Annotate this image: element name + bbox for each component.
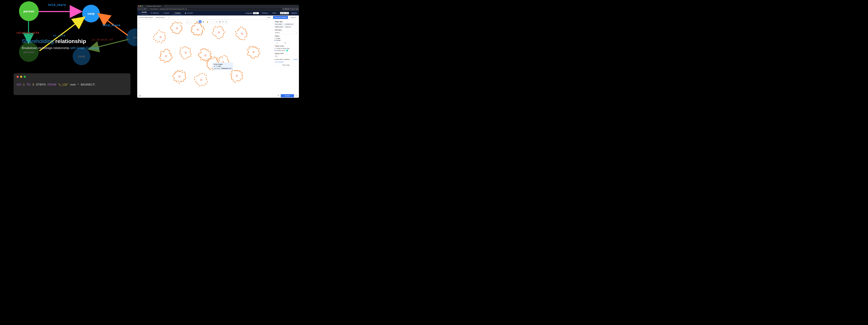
leaf-vertex[interactable] — [255, 56, 256, 57]
leaf-vertex[interactable] — [179, 83, 180, 84]
leaf-vertex[interactable] — [175, 80, 177, 81]
leaf-vertex[interactable] — [210, 53, 212, 55]
leaf-vertex[interactable] — [221, 27, 223, 29]
leaf-vertex[interactable] — [182, 57, 183, 58]
leaf-vertex[interactable] — [178, 33, 179, 34]
leaf-vertex[interactable] — [188, 48, 189, 49]
leaf-vertex[interactable] — [205, 83, 207, 84]
profile-avatar-icon[interactable]: ◉ — [297, 8, 298, 10]
leaf-vertex[interactable] — [249, 45, 251, 47]
leaf-vertex[interactable] — [239, 28, 240, 29]
leaf-vertex[interactable] — [235, 34, 237, 36]
leaf-vertex[interactable] — [247, 53, 248, 55]
leaf-vertex[interactable] — [228, 60, 229, 61]
steps-to-input[interactable] — [284, 42, 291, 44]
chip-is-branch-of[interactable]: is_branch_of× — [284, 23, 294, 25]
expand-button[interactable]: Expand — [281, 94, 294, 97]
leaf-vertex[interactable] — [213, 29, 214, 30]
leaf-vertex[interactable] — [193, 34, 194, 35]
chip-reletive-with[interactable]: reletive_with× — [275, 26, 284, 28]
leaf-vertex[interactable] — [164, 39, 165, 41]
ext-icon[interactable]: ✎ — [289, 8, 291, 10]
leaf-vertex[interactable] — [201, 26, 202, 27]
leaf-vertex[interactable] — [228, 61, 229, 62]
leaf-vertex[interactable] — [175, 21, 176, 22]
leaf-vertex[interactable] — [171, 29, 173, 30]
leaf-vertex[interactable] — [258, 48, 259, 50]
leaf-vertex[interactable] — [218, 58, 219, 60]
leaf-vertex[interactable] — [213, 31, 214, 32]
leaf-vertex[interactable] — [194, 77, 195, 78]
leaf-vertex[interactable] — [185, 46, 186, 47]
leaf-vertex[interactable] — [198, 53, 199, 55]
view-ngql-button[interactable]: View nGQL — [275, 64, 298, 67]
hub-vertex[interactable] — [205, 55, 206, 56]
leaf-vertex[interactable] — [240, 71, 241, 72]
leaf-vertex[interactable] — [231, 71, 232, 72]
info-icon[interactable]: ⓘ — [295, 94, 298, 97]
leaf-vertex[interactable] — [217, 58, 218, 60]
leaf-vertex[interactable] — [199, 56, 200, 57]
leaf-vertex[interactable] — [164, 49, 165, 51]
hub-vertex[interactable] — [179, 76, 181, 77]
leaf-vertex[interactable] — [171, 25, 172, 27]
leaf-vertex[interactable] — [180, 22, 181, 23]
vc-group-radio[interactable]: Group by vertex tag — [275, 47, 298, 49]
leaf-vertex[interactable] — [210, 51, 211, 52]
leaf-vertex[interactable] — [159, 41, 160, 42]
leaf-vertex[interactable] — [242, 72, 243, 73]
leaf-vertex[interactable] — [223, 34, 224, 36]
leaf-vertex[interactable] — [178, 23, 179, 24]
nav-schema[interactable]: ⚙Schema — [150, 11, 160, 14]
leaf-vertex[interactable] — [180, 54, 182, 55]
leaf-vertex[interactable] — [185, 78, 186, 79]
language-selector[interactable]: Language: Engli... — [245, 12, 259, 14]
leaf-vertex[interactable] — [182, 47, 183, 48]
leaf-vertex[interactable] — [181, 23, 182, 24]
leaf-vertex[interactable] — [192, 25, 194, 26]
leaf-vertex[interactable] — [176, 22, 177, 23]
leaf-vertex[interactable] — [235, 31, 236, 32]
leaf-vertex[interactable] — [200, 59, 202, 60]
leaf-vertex[interactable] — [172, 57, 173, 58]
leaf-vertex[interactable] — [170, 28, 172, 29]
leaf-vertex[interactable] — [161, 42, 162, 43]
leaf-vertex[interactable] — [164, 38, 166, 39]
leaf-vertex[interactable] — [203, 48, 204, 49]
leaf-vertex[interactable] — [173, 74, 174, 75]
leaf-vertex[interactable] — [233, 81, 235, 82]
leaf-vertex[interactable] — [242, 76, 243, 77]
leaf-vertex[interactable] — [160, 55, 161, 56]
leaf-vertex[interactable] — [210, 58, 212, 59]
reset-filter-link[interactable]: ↺Reset — [293, 59, 298, 60]
leaf-vertex[interactable] — [185, 77, 186, 78]
leaf-vertex[interactable] — [174, 78, 175, 79]
ext-icon[interactable]: ◼ — [287, 8, 289, 10]
version-dropdown[interactable]: v2.2.1 ▾ — [291, 12, 297, 14]
leaf-vertex[interactable] — [176, 33, 177, 34]
hub-vertex[interactable] — [200, 79, 202, 81]
leaf-vertex[interactable] — [180, 47, 181, 48]
color-swatch[interactable] — [286, 50, 288, 52]
leaf-vertex[interactable] — [214, 27, 215, 29]
direction-select[interactable]: Bidirect ▾ — [275, 31, 298, 34]
leaf-vertex[interactable] — [215, 26, 216, 27]
hub-vertex[interactable] — [176, 27, 178, 29]
leaf-vertex[interactable] — [206, 65, 208, 66]
leaf-vertex[interactable] — [220, 56, 221, 57]
leaf-vertex[interactable] — [204, 73, 205, 74]
leaf-vertex[interactable] — [238, 70, 239, 71]
leaf-vertex[interactable] — [194, 34, 195, 35]
leaf-vertex[interactable] — [219, 57, 220, 58]
leaf-vertex[interactable] — [157, 32, 158, 33]
hub-vertex[interactable] — [241, 33, 243, 34]
nav-explore[interactable]: ✧Explore — [172, 11, 182, 14]
vc-custom-radio[interactable]: Custom Color — [275, 50, 298, 52]
leaf-vertex[interactable] — [178, 80, 179, 82]
leaf-vertex[interactable] — [177, 71, 178, 72]
leaf-vertex[interactable] — [219, 38, 220, 39]
leaf-vertex[interactable] — [222, 29, 223, 30]
leaf-vertex[interactable] — [162, 32, 163, 33]
leaf-vertex[interactable] — [181, 56, 182, 57]
graph-canvas[interactable]: △ ＋ － ✥ ▦ ◉ 🔒 ⟳ ↶ 🗑 ▤ ☰ 🔍 — [141, 19, 273, 94]
